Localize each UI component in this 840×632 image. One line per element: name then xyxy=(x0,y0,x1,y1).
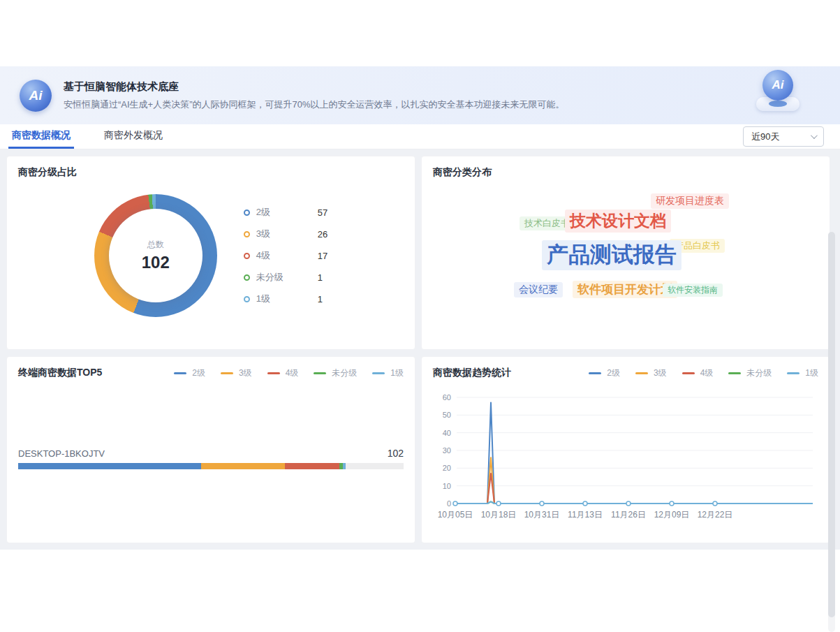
legend-value: 26 xyxy=(318,229,327,240)
x-axis-label: 12月22日 xyxy=(698,510,733,520)
legend-item[interactable]: 3级 xyxy=(221,367,252,379)
legend-label: 1级 xyxy=(390,367,404,379)
bar-segment xyxy=(343,463,346,469)
trend-chart-legend: 2级3级4级未分级1级 xyxy=(573,367,818,379)
legend-dash-icon xyxy=(682,372,695,374)
bar-segment xyxy=(201,463,285,469)
dashboard-page: Ai 基于恒脑智能体技术底座 安恒恒脑通过“AI生成+人类决策”的人际协同框架，… xyxy=(0,0,840,632)
word-cloud-term[interactable]: 技术设计文档 xyxy=(565,210,671,233)
app-window: Ai 基于恒脑智能体技术底座 安恒恒脑通过“AI生成+人类决策”的人际协同框架，… xyxy=(0,66,840,550)
x-axis-label: 11月26日 xyxy=(611,510,646,520)
donut-chart[interactable]: 总数 102 xyxy=(94,194,217,317)
panel-trend-title: 商密数据趋势统计 xyxy=(433,367,511,379)
legend-dash-icon xyxy=(174,372,186,374)
trend-series-line xyxy=(457,473,813,504)
legend-ring-icon xyxy=(244,274,250,281)
stacked-bar[interactable] xyxy=(18,463,404,469)
legend-item[interactable]: 1级 xyxy=(787,367,818,379)
legend-label: 2级 xyxy=(192,367,205,379)
legend-label: 4级 xyxy=(700,367,714,379)
donut-legend-item[interactable]: 1级1 xyxy=(244,293,327,305)
x-axis-label: 10月18日 xyxy=(481,510,517,520)
donut-center-value: 102 xyxy=(142,253,170,272)
word-cloud-term[interactable]: 软件项目开发计划 xyxy=(573,281,677,298)
page-subtitle: 安恒恒脑通过“AI生成+人类决策”的人际协同框架，可提升70%以上的安全运营效率… xyxy=(64,98,565,111)
legend-item[interactable]: 未分级 xyxy=(728,367,772,379)
x-axis-label: 10月31日 xyxy=(524,510,560,520)
ai-robot-mascot: Ai xyxy=(752,70,804,111)
panel-grid: 商密分级占比 总数 102 2级573级264级17未分级11级1 xyxy=(6,156,834,543)
legend-label: 3级 xyxy=(256,228,300,240)
header-text: 基于恒脑智能体技术底座 安恒恒脑通过“AI生成+人类决策”的人际协同框架，可提升… xyxy=(64,80,565,111)
word-cloud-term[interactable]: 软件安装指南 xyxy=(663,284,723,297)
y-axis-label: 20 xyxy=(443,464,451,472)
y-axis-label: 60 xyxy=(443,393,451,402)
legend-label: 2级 xyxy=(607,367,620,379)
legend-dash-icon xyxy=(728,372,741,374)
bar-row-total: 102 xyxy=(388,448,404,459)
word-cloud-term[interactable]: 会议纪要 xyxy=(514,282,563,297)
scrollbar-thumb[interactable] xyxy=(828,232,835,617)
y-axis-label: 30 xyxy=(443,446,451,455)
donut-legend: 2级573级264级17未分级11级1 xyxy=(244,206,327,305)
panel-trend: 商密数据趋势统计 2级3级4级未分级1级 010203040506010月05日… xyxy=(421,356,830,543)
legend-item[interactable]: 2级 xyxy=(174,367,205,379)
bar-chart: DESKTOP-1BKOJTV 102 xyxy=(18,448,404,469)
word-cloud-term[interactable]: 研发项目进度表 xyxy=(651,193,729,209)
legend-label: 4级 xyxy=(256,249,300,262)
legend-dash-icon xyxy=(589,372,601,374)
donut-legend-item[interactable]: 4级17 xyxy=(244,249,327,262)
legend-label: 未分级 xyxy=(332,367,357,379)
panel-grade-ratio-title: 商密分级占比 xyxy=(18,166,77,179)
trend-series-line xyxy=(457,457,813,504)
legend-dash-icon xyxy=(635,372,648,374)
donut-legend-item[interactable]: 3级26 xyxy=(244,228,327,240)
legend-label: 1级 xyxy=(805,367,818,379)
date-range-select[interactable]: 近90天 xyxy=(743,126,824,147)
legend-ring-icon xyxy=(244,231,250,237)
legend-label: 1级 xyxy=(256,293,300,305)
page-title: 基于恒脑智能体技术底座 xyxy=(64,80,565,94)
y-axis-label: 40 xyxy=(443,429,451,437)
vertical-scrollbar[interactable] xyxy=(828,232,835,632)
legend-value: 17 xyxy=(318,251,327,261)
legend-item[interactable]: 1级 xyxy=(372,367,404,379)
chevron-down-icon xyxy=(811,132,818,139)
legend-label: 3级 xyxy=(239,367,252,379)
data-point-marker xyxy=(626,501,631,506)
legend-item[interactable]: 2级 xyxy=(589,367,620,379)
data-point-marker xyxy=(453,501,457,506)
donut-legend-item[interactable]: 2级57 xyxy=(244,206,327,219)
bar-row-label: DESKTOP-1BKOJTV xyxy=(18,448,105,459)
y-axis-label: 0 xyxy=(447,499,451,508)
trend-series-line xyxy=(457,403,813,504)
data-point-marker xyxy=(670,501,674,506)
y-axis-label: 50 xyxy=(443,411,451,419)
legend-item[interactable]: 3级 xyxy=(635,367,667,379)
bar-chart-legend: 2级3级4级未分级1级 xyxy=(159,367,404,379)
tab-shangmi-data-overview[interactable]: 商密数据概况 xyxy=(8,124,74,149)
donut-center: 总数 102 xyxy=(109,209,202,302)
legend-dash-icon xyxy=(787,372,800,374)
data-point-marker xyxy=(713,501,717,506)
legend-item[interactable]: 未分级 xyxy=(314,367,357,379)
ai-logo-icon: Ai xyxy=(20,80,52,112)
tab-shangmi-outgoing-overview[interactable]: 商密外发概况 xyxy=(101,124,166,149)
legend-item[interactable]: 4级 xyxy=(682,367,714,379)
legend-item[interactable]: 4级 xyxy=(267,367,299,379)
legend-ring-icon xyxy=(244,210,250,216)
x-axis-label: 10月05日 xyxy=(438,510,473,520)
bar-segment xyxy=(285,463,339,469)
panel-terminal-top5: 终端商密数据TOP5 2级3级4级未分级1级 DESKTOP-1BKOJTV 1… xyxy=(6,356,415,543)
word-cloud-term[interactable]: 产品测试报告 xyxy=(542,240,681,270)
donut-legend-item[interactable]: 未分级1 xyxy=(244,271,327,284)
panel-category-distribution: 商密分类分布 研发项目进度表技术白皮书技术设计文档产品白皮书产品测试报告会议纪要… xyxy=(421,156,830,350)
legend-dash-icon xyxy=(267,372,280,374)
donut-center-label: 总数 xyxy=(147,239,164,251)
legend-ring-icon xyxy=(244,253,250,259)
trend-line-chart[interactable]: 010203040506010月05日10月18日10月31日11月13日11月… xyxy=(433,383,820,523)
legend-dash-icon xyxy=(314,372,326,374)
legend-label: 3级 xyxy=(654,367,667,379)
x-axis-label: 11月13日 xyxy=(568,510,603,520)
data-point-marker xyxy=(540,501,544,506)
